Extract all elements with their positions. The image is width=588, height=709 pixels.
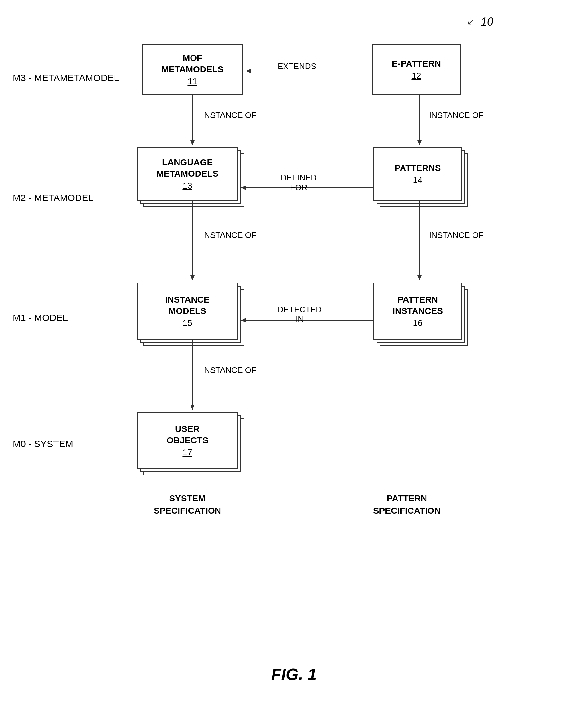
instance-of-arrow-3 bbox=[186, 201, 199, 283]
ref-number-10: 10 bbox=[481, 15, 493, 28]
user-obj-num: 17 bbox=[182, 447, 192, 457]
patterns-stack-1: PATTERNS 14 bbox=[374, 147, 462, 201]
svg-marker-15 bbox=[190, 405, 195, 410]
level-m0: M0 - SYSTEM bbox=[12, 439, 73, 449]
lang-meta-stack-1: LANGUAGEMETAMODELS 13 bbox=[137, 147, 238, 201]
level-m1: M1 - MODEL bbox=[12, 312, 68, 323]
svg-marker-7 bbox=[241, 186, 246, 190]
figure-caption: FIG. 1 bbox=[271, 665, 317, 684]
svg-marker-9 bbox=[190, 275, 195, 280]
epattern-label: E-PATTERN bbox=[392, 58, 441, 70]
patterns-label: PATTERNS bbox=[395, 162, 441, 174]
instance-of-arrow-5 bbox=[186, 340, 199, 413]
patterns-num: 14 bbox=[412, 175, 422, 185]
inst-models-label: INSTANCEMODELS bbox=[165, 294, 210, 317]
extends-label: EXTENDS bbox=[277, 61, 316, 71]
svg-marker-11 bbox=[417, 275, 422, 280]
svg-marker-5 bbox=[417, 140, 422, 145]
mof-metamodels-label: MOFMETAMODELS bbox=[161, 52, 223, 75]
instance-of-arrow-1 bbox=[186, 95, 199, 148]
user-obj-stack-1: USEROBJECTS 17 bbox=[137, 412, 238, 469]
defined-for-label: DEFINEDFOR bbox=[281, 173, 317, 192]
epattern-num: 12 bbox=[411, 71, 421, 81]
instance-of-label-3: INSTANCE OF bbox=[202, 230, 257, 240]
lang-meta-label: LANGUAGEMETAMODELS bbox=[156, 157, 218, 180]
pat-inst-stack-1: PATTERNINSTANCES 16 bbox=[374, 283, 462, 340]
svg-marker-13 bbox=[241, 318, 246, 322]
ref-10-arrow: ↙ bbox=[467, 17, 475, 27]
system-spec-label: SYSTEMSPECIFICATION bbox=[137, 492, 238, 517]
svg-marker-3 bbox=[190, 140, 195, 145]
instance-of-label-5: INSTANCE OF bbox=[202, 365, 257, 375]
diagram: 10 ↙ M3 - METAMETAMODEL M2 - METAMODEL M… bbox=[0, 0, 588, 709]
pat-inst-label: PATTERNINSTANCES bbox=[393, 294, 443, 317]
instance-of-label-2: INSTANCE OF bbox=[429, 110, 484, 120]
inst-models-stack-1: INSTANCEMODELS 15 bbox=[137, 283, 238, 340]
inst-models-num: 15 bbox=[182, 318, 192, 328]
detected-in-label: DETECTEDIN bbox=[277, 305, 322, 324]
mof-metamodels-num: 11 bbox=[187, 76, 197, 86]
level-m2: M2 - METAMODEL bbox=[12, 192, 93, 203]
lang-meta-num: 13 bbox=[182, 181, 192, 191]
svg-marker-1 bbox=[246, 69, 251, 73]
epattern-box: E-PATTERN 12 bbox=[372, 44, 460, 95]
mof-metamodels-box: MOFMETAMODELS 11 bbox=[142, 44, 243, 95]
instance-of-arrow-4 bbox=[413, 201, 426, 283]
level-m3: M3 - METAMETAMODEL bbox=[12, 73, 119, 83]
pat-inst-num: 16 bbox=[412, 318, 422, 328]
instance-of-label-4: INSTANCE OF bbox=[429, 230, 484, 240]
instance-of-label-1: INSTANCE OF bbox=[202, 110, 257, 120]
user-obj-label: USEROBJECTS bbox=[166, 423, 208, 446]
pattern-spec-label: PATTERNSPECIFICATION bbox=[356, 492, 457, 517]
instance-of-arrow-2 bbox=[413, 95, 426, 148]
